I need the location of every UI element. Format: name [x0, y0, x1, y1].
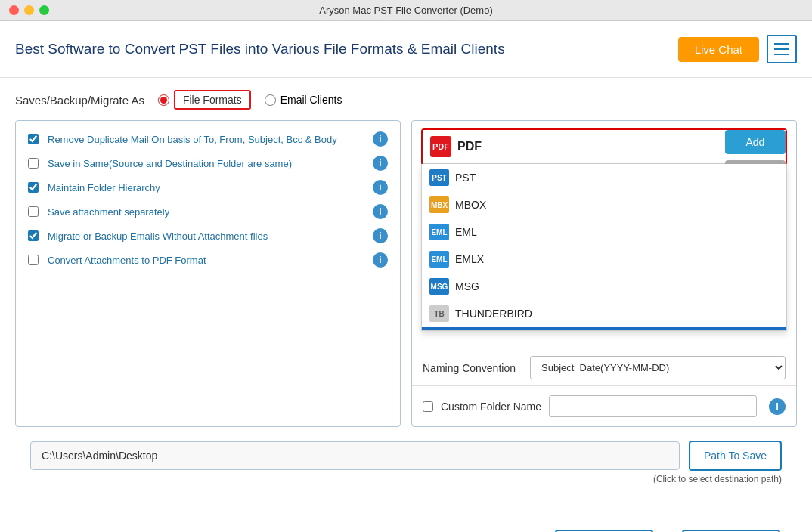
- email-clients-label: Email Clients: [280, 94, 342, 106]
- dropdown-item-eml[interactable]: EML EML: [422, 218, 786, 246]
- info-icon-opt2[interactable]: i: [373, 156, 388, 171]
- window-title: Aryson Mac PST File Converter (Demo): [319, 5, 493, 16]
- live-chat-button[interactable]: Live Chat: [678, 37, 759, 62]
- saves-label: Saves/Backup/Migrate As: [15, 94, 144, 107]
- info-icon-opt6[interactable]: i: [373, 252, 388, 268]
- custom-folder-input[interactable]: [549, 395, 757, 417]
- window-controls: [9, 5, 49, 15]
- item-icon-eml: EML: [429, 224, 449, 240]
- item-label-msg: MSG: [455, 280, 479, 292]
- main-panel: Remove Duplicate Mail On basis of To, Fr…: [15, 120, 797, 427]
- path-row: Path To Save: [30, 441, 782, 471]
- info-icon-opt1[interactable]: i: [373, 131, 388, 147]
- dropdown-item-msg[interactable]: MSG MSG: [422, 273, 786, 300]
- maximize-button[interactable]: [39, 5, 49, 15]
- header: Best Software to Convert PST Files into …: [0, 21, 812, 78]
- option-text-opt5: Migrate or Backup Emails Without Attachm…: [48, 230, 367, 242]
- item-label-mbox: MBOX: [455, 199, 486, 211]
- pdf-icon-main: PDF: [430, 136, 451, 157]
- menu-line-3: [774, 54, 789, 55]
- item-icon-thunderbird: TB: [429, 305, 449, 322]
- email-clients-radio[interactable]: [265, 94, 276, 106]
- option-text-opt6: Convert Attachments to PDF Format: [48, 255, 367, 266]
- saves-row: Saves/Backup/Migrate As File Formats Ema…: [15, 90, 797, 110]
- info-icon-opt5[interactable]: i: [373, 228, 388, 243]
- options-panel: Remove Duplicate Mail On basis of To, Fr…: [15, 120, 401, 427]
- dropdown-list-inner: PST PST MBX MBOX EML EML EML EMLX MSG MS…: [422, 164, 786, 330]
- checkbox-opt2[interactable]: [28, 158, 39, 169]
- item-label-eml: EML: [455, 226, 477, 238]
- file-formats-label: File Formats: [174, 90, 251, 110]
- path-input[interactable]: [30, 441, 680, 470]
- titlebar: Aryson Mac PST File Converter (Demo): [0, 0, 812, 21]
- option-row-opt4: Save attachment separately i: [28, 204, 388, 219]
- dropdown-item-pdf[interactable]: PDF PDF: [422, 327, 786, 330]
- custom-folder-label: Custom Folder Name: [441, 401, 541, 413]
- menu-line-1: [774, 43, 789, 45]
- close-button[interactable]: [9, 5, 19, 15]
- app-title: Best Software to Convert PST Files into …: [15, 41, 505, 57]
- naming-row: Naming Convention Subject_Date(YYYY-MM-D…: [412, 347, 796, 379]
- minimize-button[interactable]: [24, 5, 34, 15]
- item-icon-emlx: EML: [429, 251, 449, 268]
- option-row-opt6: Convert Attachments to PDF Format i: [28, 252, 388, 268]
- naming-select[interactable]: Subject_Date(YYYY-MM-DD)Date_SubjectSubj…: [530, 356, 786, 379]
- dropdown-item-mbox[interactable]: MBX MBOX: [422, 191, 786, 218]
- dropdown-list: PST PST MBX MBOX EML EML EML EMLX MSG MS…: [421, 164, 787, 331]
- custom-folder-info-icon[interactable]: i: [769, 398, 786, 415]
- dropdown-item-pst[interactable]: PST PST: [422, 164, 786, 191]
- option-text-opt3: Maintain Folder Hierarchy: [48, 182, 367, 193]
- email-clients-option[interactable]: Email Clients: [265, 94, 342, 106]
- item-label-pst: PST: [455, 172, 476, 184]
- item-icon-mbox: MBX: [429, 196, 449, 213]
- dropdown-item-emlx[interactable]: EML EMLX: [422, 246, 786, 273]
- option-text-opt4: Save attachment separately: [48, 206, 367, 218]
- checkbox-opt5[interactable]: [28, 230, 39, 241]
- dropdown-selected: PDF: [457, 140, 768, 153]
- checkbox-opt3[interactable]: [28, 182, 39, 193]
- item-icon-msg: MSG: [429, 278, 449, 295]
- info-icon-opt4[interactable]: i: [373, 204, 388, 219]
- dropdown-item-thunderbird[interactable]: TB THUNDERBIRD: [422, 300, 786, 327]
- menu-button[interactable]: [767, 35, 797, 63]
- main-container: Best Software to Convert PST Files into …: [0, 21, 812, 532]
- custom-folder-checkbox[interactable]: [423, 401, 433, 412]
- content-area: Saves/Backup/Migrate As File Formats Ema…: [0, 78, 812, 532]
- option-text-opt1: Remove Duplicate Mail On basis of To, Fr…: [48, 134, 367, 145]
- header-actions: Live Chat: [678, 35, 797, 63]
- checkbox-opt6[interactable]: [28, 255, 39, 265]
- checkbox-opt1[interactable]: [28, 134, 39, 144]
- menu-line-2: [774, 48, 789, 50]
- option-row-opt1: Remove Duplicate Mail On basis of To, Fr…: [28, 131, 388, 147]
- item-label-emlx: EMLX: [455, 253, 484, 265]
- option-text-opt2: Save in Same(Source and Destination Fold…: [48, 158, 367, 169]
- file-formats-option[interactable]: File Formats: [158, 90, 251, 110]
- path-hint: (Click to select destination path): [15, 474, 782, 484]
- option-row-opt3: Maintain Folder Hierarchy i: [28, 180, 388, 195]
- option-row-opt5: Migrate or Backup Emails Without Attachm…: [28, 228, 388, 243]
- file-formats-radio[interactable]: [158, 94, 169, 106]
- item-icon-pst: PST: [429, 169, 449, 186]
- checkbox-opt4[interactable]: [28, 206, 39, 217]
- path-to-save-button[interactable]: Path To Save: [689, 441, 782, 471]
- option-row-opt2: Save in Same(Source and Destination Fold…: [28, 156, 388, 171]
- right-panel: PDF PDF ⌄ PST PST MBX MBOX EML EML EML E…: [411, 120, 797, 427]
- info-icon-opt3[interactable]: i: [373, 180, 388, 195]
- add-button[interactable]: Add: [725, 130, 786, 154]
- custom-folder-row: Custom Folder Name i: [412, 385, 796, 426]
- naming-label: Naming Convention: [423, 362, 521, 374]
- item-label-thunderbird: THUNDERBIRD: [455, 308, 532, 320]
